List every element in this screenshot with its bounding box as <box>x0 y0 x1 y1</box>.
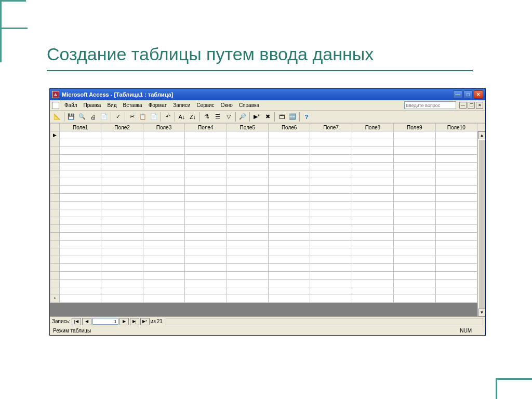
data-cell[interactable] <box>60 225 101 233</box>
data-cell[interactable] <box>394 178 435 186</box>
data-cell[interactable] <box>60 163 101 170</box>
data-cell[interactable] <box>352 170 393 178</box>
data-cell[interactable] <box>185 194 227 202</box>
row-selector[interactable] <box>50 287 60 295</box>
data-cell[interactable] <box>394 241 435 248</box>
data-cell[interactable] <box>60 233 101 241</box>
data-cell[interactable] <box>352 295 393 303</box>
data-cell[interactable] <box>352 209 393 217</box>
data-cell[interactable] <box>352 139 393 147</box>
data-cell[interactable] <box>310 272 352 280</box>
menu-tools[interactable]: Сервис <box>193 101 217 109</box>
scroll-up-button[interactable]: ▲ <box>478 131 485 139</box>
data-cell[interactable] <box>227 233 268 241</box>
data-cell[interactable] <box>268 209 310 217</box>
menu-view[interactable]: Вид <box>104 101 119 109</box>
data-cell[interactable] <box>394 155 435 163</box>
data-cell[interactable] <box>435 163 477 170</box>
minimize-button[interactable]: — <box>453 90 462 99</box>
data-cell[interactable] <box>394 186 435 194</box>
undo-button[interactable]: ↶ <box>163 112 173 122</box>
row-selector[interactable] <box>50 163 60 170</box>
data-cell[interactable] <box>268 295 310 303</box>
data-cell[interactable] <box>101 139 143 147</box>
column-header[interactable]: Поле6 <box>268 124 310 131</box>
menu-insert[interactable]: Вставка <box>119 101 145 109</box>
data-cell[interactable] <box>310 131 352 139</box>
data-cell[interactable] <box>60 139 101 147</box>
data-cell[interactable] <box>143 256 184 264</box>
data-cell[interactable] <box>435 272 477 280</box>
menu-edit[interactable]: Правка <box>81 101 104 109</box>
data-cell[interactable] <box>352 217 393 225</box>
data-cell[interactable] <box>394 163 435 170</box>
data-cell[interactable] <box>60 264 101 272</box>
data-cell[interactable] <box>60 295 101 303</box>
data-cell[interactable] <box>60 170 101 178</box>
row-selector[interactable] <box>50 217 60 225</box>
titlebar[interactable]: A Microsoft Access - [Таблица1 : таблица… <box>50 89 485 100</box>
data-cell[interactable] <box>185 163 227 170</box>
preview-button[interactable]: 📄 <box>99 112 109 122</box>
data-cell[interactable] <box>185 256 227 264</box>
data-cell[interactable] <box>268 217 310 225</box>
data-cell[interactable] <box>394 233 435 241</box>
data-cell[interactable] <box>352 194 393 202</box>
data-cell[interactable] <box>60 272 101 280</box>
menu-file[interactable]: Файл <box>61 101 81 109</box>
search-button[interactable]: 🔍 <box>77 112 87 122</box>
data-cell[interactable] <box>394 272 435 280</box>
row-selector[interactable] <box>50 202 60 209</box>
data-cell[interactable] <box>352 163 393 170</box>
data-cell[interactable] <box>268 256 310 264</box>
data-cell[interactable] <box>227 178 268 186</box>
column-header[interactable]: Поле5 <box>227 124 268 131</box>
data-cell[interactable] <box>60 241 101 248</box>
data-cell[interactable] <box>435 280 477 287</box>
data-cell[interactable] <box>394 264 435 272</box>
data-cell[interactable] <box>227 209 268 217</box>
mdi-minimize-button[interactable]: — <box>459 102 467 109</box>
data-cell[interactable] <box>435 241 477 248</box>
data-cell[interactable] <box>268 225 310 233</box>
data-cell[interactable] <box>352 186 393 194</box>
data-cell[interactable] <box>352 202 393 209</box>
data-table[interactable]: Поле1Поле2Поле3Поле4Поле5Поле6Поле7Поле8… <box>50 123 485 316</box>
data-cell[interactable] <box>394 287 435 295</box>
data-cell[interactable] <box>227 256 268 264</box>
data-cell[interactable] <box>185 272 227 280</box>
data-cell[interactable] <box>394 295 435 303</box>
menu-help[interactable]: Справка <box>236 101 262 109</box>
data-cell[interactable] <box>310 248 352 256</box>
data-cell[interactable] <box>268 280 310 287</box>
data-cell[interactable] <box>227 295 268 303</box>
spell-button[interactable]: ✓ <box>113 112 123 122</box>
data-cell[interactable] <box>268 264 310 272</box>
filter-form-button[interactable]: ☰ <box>212 112 223 122</box>
data-cell[interactable] <box>435 131 477 139</box>
data-cell[interactable] <box>227 202 268 209</box>
data-cell[interactable] <box>310 170 352 178</box>
data-cell[interactable] <box>227 131 268 139</box>
new-record-nav-button[interactable]: ▶* <box>140 318 150 325</box>
data-cell[interactable] <box>310 178 352 186</box>
data-cell[interactable] <box>268 155 310 163</box>
column-header[interactable]: Поле10 <box>435 124 477 131</box>
row-selector[interactable] <box>50 194 60 202</box>
data-cell[interactable] <box>143 217 184 225</box>
data-cell[interactable] <box>268 163 310 170</box>
row-selector[interactable] <box>50 248 60 256</box>
data-cell[interactable] <box>310 209 352 217</box>
data-cell[interactable] <box>310 202 352 209</box>
data-cell[interactable] <box>60 209 101 217</box>
data-cell[interactable] <box>60 202 101 209</box>
data-cell[interactable] <box>394 194 435 202</box>
data-cell[interactable] <box>185 280 227 287</box>
data-cell[interactable] <box>227 186 268 194</box>
column-header[interactable]: Поле1 <box>60 124 101 131</box>
menu-records[interactable]: Записи <box>170 101 193 109</box>
data-cell[interactable] <box>352 264 393 272</box>
data-cell[interactable] <box>101 163 143 170</box>
data-cell[interactable] <box>310 155 352 163</box>
column-header[interactable]: Поле9 <box>394 124 435 131</box>
